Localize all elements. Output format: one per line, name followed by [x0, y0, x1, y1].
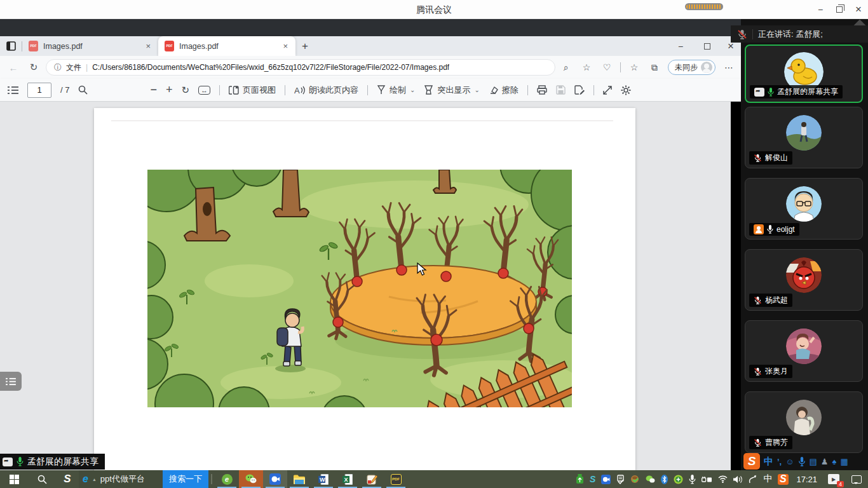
participant-tile-screenshare[interactable]: 孟舒展的屏幕共享	[745, 44, 863, 103]
s-app-button[interactable]: S	[56, 470, 79, 488]
tray-360-icon[interactable]	[674, 475, 683, 484]
action-center-button[interactable]	[845, 470, 868, 488]
ime-toolbar[interactable]: S 中 ʼ, ☺ ▤ ♟ ♠ ▦	[743, 452, 868, 470]
draw-button[interactable]: 绘制 ⌄	[377, 85, 415, 96]
avatar	[786, 186, 822, 222]
tab-images-pdf-1[interactable]: Images.pdf ×	[22, 36, 158, 56]
app-wechat[interactable]	[239, 470, 263, 488]
video-app-tray-button[interactable]: ▶4	[822, 470, 845, 488]
browser-essentials-icon[interactable]: ♡	[600, 62, 614, 72]
ime-mode-indicator[interactable]: 中	[761, 470, 775, 488]
app-tencent-meeting[interactable]	[263, 470, 287, 488]
tray-sogou-icon[interactable]: S	[775, 470, 791, 488]
tray-wechat-icon[interactable]	[646, 475, 655, 484]
tray-usb-eject-icon[interactable]	[616, 475, 625, 484]
app-excel[interactable]: X	[336, 470, 360, 488]
tab-close-icon[interactable]: ×	[144, 41, 152, 51]
taskbar-search-button[interactable]	[28, 470, 56, 488]
participant-tile[interactable]: eoljgt	[745, 178, 863, 240]
toc-flyout-button[interactable]	[0, 372, 22, 391]
highlight-button[interactable]: 突出显示 ⌄	[424, 85, 479, 96]
back-button[interactable]: ←	[5, 59, 22, 76]
app-notes[interactable]	[360, 470, 384, 488]
fullscreen-icon[interactable]	[603, 86, 612, 95]
notification-center-icon	[851, 475, 862, 484]
info-icon[interactable]: ⓘ	[54, 62, 62, 73]
save-as-icon[interactable]	[574, 85, 585, 95]
toc-icon[interactable]	[8, 86, 18, 95]
favorites-list-icon[interactable]: ☆	[627, 62, 641, 72]
erase-label: 擦除	[502, 85, 519, 96]
participant-tile[interactable]: 杨武超	[745, 249, 863, 311]
tray-meeting-icon[interactable]	[601, 475, 611, 484]
tab-close-icon[interactable]: ×	[281, 41, 289, 51]
search-widget-query[interactable]: ppt代做平台	[100, 473, 159, 485]
erase-button[interactable]: 擦除	[489, 85, 519, 96]
ime-mode-icon[interactable]: 中	[764, 456, 773, 468]
settings-menu-icon[interactable]: ⋯	[722, 62, 736, 72]
participant-name: 孟舒展的屏幕共享	[777, 86, 838, 97]
search-icon[interactable]	[78, 85, 88, 95]
browser-maximize-button[interactable]	[694, 37, 721, 56]
refresh-button[interactable]: ↻	[25, 59, 42, 76]
tab-images-pdf-2[interactable]: Images.pdf ×	[158, 36, 295, 56]
sogou-logo-icon[interactable]: S	[743, 453, 760, 470]
browser-minimize-button[interactable]: −	[667, 37, 694, 56]
ime-keyboard-icon[interactable]: ▤	[810, 457, 817, 466]
rotate-icon[interactable]: ↻	[182, 85, 190, 96]
participant-tile[interactable]: 曹腾芳	[745, 391, 863, 453]
ime-emoji-icon[interactable]: ☺	[785, 457, 794, 466]
ime-toolbox-icon[interactable]: ▦	[840, 457, 848, 466]
participant-tile[interactable]: 解俊山	[745, 107, 863, 168]
excel-icon: X	[342, 474, 353, 485]
zoom-out-icon[interactable]: −	[150, 83, 157, 97]
chevron-up-icon[interactable]: ▲	[92, 477, 97, 482]
profile-sync-button[interactable]: 未同步	[668, 60, 715, 75]
app-360browser[interactable]: e	[215, 470, 239, 488]
start-button[interactable]	[0, 470, 28, 488]
fit-width-icon[interactable]: ↔	[198, 86, 210, 95]
page-number-input[interactable]	[27, 83, 51, 98]
ime-wordlib-icon[interactable]: ♟	[821, 457, 829, 466]
tray-volume-icon[interactable]	[733, 475, 743, 484]
new-tab-button[interactable]: +	[295, 37, 315, 56]
zoom-page-icon[interactable]: ⌕	[559, 62, 573, 73]
tray-sflash-icon[interactable]: S	[590, 474, 595, 484]
app-file-explorer[interactable]	[287, 470, 311, 488]
meeting-minimize-button[interactable]: −	[811, 0, 830, 19]
address-field[interactable]: ⓘ 文件 | C:/Users/86186/Documents/WeChat%2…	[46, 59, 555, 76]
tray-usb-icon[interactable]	[576, 474, 584, 484]
page-view-button[interactable]: 页面视图	[229, 85, 276, 96]
collections-icon[interactable]: ⧉	[648, 62, 661, 73]
meeting-restore-button[interactable]	[830, 0, 849, 19]
search-widget-button[interactable]: 搜索一下	[163, 470, 208, 488]
tray-nutstore-icon[interactable]	[630, 475, 640, 484]
chevron-down-icon[interactable]: ⌄	[474, 86, 479, 93]
chevron-down-icon[interactable]: ⌄	[410, 86, 415, 93]
zoom-in-icon[interactable]: +	[166, 83, 173, 97]
tab-actions-button[interactable]	[0, 37, 22, 56]
add-favorite-icon[interactable]: ☆	[580, 62, 593, 72]
speaking-banner: 正在讲话: 孟舒展;	[731, 25, 868, 43]
print-icon[interactable]	[537, 85, 547, 95]
tray-power-icon[interactable]	[702, 475, 712, 483]
ime-punctuation-icon[interactable]: ʼ,	[777, 457, 782, 466]
read-aloud-button[interactable]: A 朗读此页内容	[294, 85, 358, 96]
tray-pen-icon[interactable]	[749, 475, 757, 484]
taskbar-search-widget[interactable]: e ▲ ppt代做平台 搜索一下	[79, 470, 208, 488]
app-pdf-reader[interactable]: PDF	[384, 470, 408, 488]
app-word[interactable]: W	[311, 470, 336, 488]
ime-skin-icon[interactable]: ♠	[832, 457, 836, 466]
mic-on-icon	[768, 88, 774, 97]
tray-wifi-icon[interactable]	[718, 475, 728, 483]
taskbar-clock[interactable]: 17:21	[791, 470, 822, 488]
draw-pen-icon	[377, 85, 386, 95]
tray-bluetooth-icon[interactable]	[661, 475, 668, 484]
ime-voice-icon[interactable]	[798, 457, 806, 466]
speaking-label: 正在讲话: 孟舒展;	[758, 29, 823, 40]
gear-icon[interactable]	[621, 85, 631, 95]
pdf-viewport[interactable]: ▲ ▼	[0, 102, 731, 470]
tray-mic-icon[interactable]	[689, 475, 696, 484]
participant-tile[interactable]: 张奥月	[745, 320, 863, 382]
meeting-close-button[interactable]: ×	[849, 0, 868, 19]
